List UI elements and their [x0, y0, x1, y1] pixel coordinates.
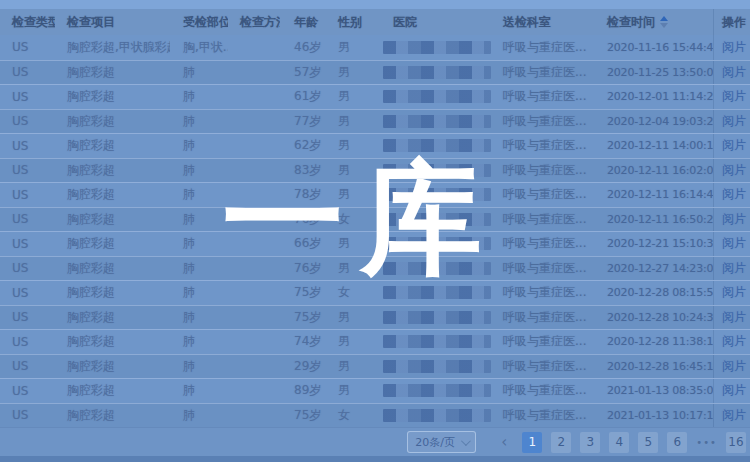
- cell-action: 阅片: [713, 355, 750, 379]
- cell-exam-item: 胸腔彩超: [55, 134, 170, 158]
- read-film-link[interactable]: 阅片: [722, 358, 746, 375]
- table-row: US 胸腔彩超 肺 89岁 男 呼吸与重症医... 2021-01-13 08:…: [0, 378, 750, 403]
- hospital-redacted-block: [383, 188, 491, 201]
- cell-hospital: [369, 110, 500, 134]
- cell-action: 阅片: [713, 232, 750, 256]
- cell-exam-time: 2020-12-11 14:00:14: [603, 134, 713, 158]
- cell-action: 阅片: [713, 379, 750, 403]
- header-body-part: 受检部位: [170, 9, 228, 35]
- cell-exam-type: US: [0, 134, 55, 158]
- read-film-link[interactable]: 阅片: [722, 64, 746, 81]
- cell-exam-item: 胸腔彩超: [55, 208, 170, 232]
- read-film-link[interactable]: 阅片: [722, 235, 746, 252]
- cell-gender: 女: [324, 281, 369, 305]
- cell-age: 77岁: [280, 110, 324, 134]
- cell-action: 阅片: [713, 281, 750, 305]
- page-number-button[interactable]: 3: [580, 432, 600, 453]
- cell-action: 阅片: [713, 208, 750, 232]
- page-size-select[interactable]: 20条/页: [407, 431, 476, 453]
- page-number-button[interactable]: 6: [667, 432, 687, 453]
- hospital-redacted-block: [383, 164, 491, 177]
- cell-exam-time: 2020-12-01 11:14:21: [603, 85, 713, 109]
- last-page-button[interactable]: 16: [726, 432, 746, 453]
- table-body: US 胸腔彩超,甲状腺彩超 胸,甲状... 46岁 男 呼吸与重症医... 20…: [0, 35, 750, 427]
- read-film-link[interactable]: 阅片: [722, 39, 746, 56]
- read-film-link[interactable]: 阅片: [722, 309, 746, 326]
- cell-age: 62岁: [280, 134, 324, 158]
- read-film-link[interactable]: 阅片: [722, 137, 746, 154]
- cell-exam-item: 胸腔彩超: [55, 232, 170, 256]
- read-film-link[interactable]: 阅片: [722, 211, 746, 228]
- cell-exam-time: 2020-12-28 10:24:30: [603, 306, 713, 330]
- cell-gender: 男: [324, 232, 369, 256]
- cell-department: 呼吸与重症医...: [500, 134, 603, 158]
- cell-exam-type: US: [0, 257, 55, 281]
- cell-exam-method: [228, 306, 280, 330]
- cell-exam-time: 2020-11-25 13:50:01: [603, 61, 713, 85]
- cell-exam-item: 胸腔彩超: [55, 85, 170, 109]
- cell-gender: 男: [324, 306, 369, 330]
- cell-hospital: [369, 281, 500, 305]
- read-film-link[interactable]: 阅片: [722, 382, 746, 399]
- hospital-redacted-block: [383, 213, 491, 226]
- cell-gender: 女: [324, 208, 369, 232]
- cell-hospital: [369, 306, 500, 330]
- cell-gender: 男: [324, 85, 369, 109]
- cell-exam-time: 2020-12-04 19:03:24: [603, 110, 713, 134]
- cell-age: 89岁: [280, 379, 324, 403]
- read-film-link[interactable]: 阅片: [722, 88, 746, 105]
- read-film-link[interactable]: 阅片: [722, 113, 746, 130]
- hospital-redacted-block: [383, 360, 491, 373]
- read-film-link[interactable]: 阅片: [722, 260, 746, 277]
- table-row: US 胸腔彩超 肺 75岁 女 呼吸与重症医... 2020-12-28 08:…: [0, 280, 750, 305]
- cell-age: 74岁: [280, 330, 324, 354]
- page-size-label: 20条/页: [415, 435, 455, 450]
- cell-exam-method: [228, 85, 280, 109]
- table-row: US 胸腔彩超 肺 77岁 男 呼吸与重症医... 2020-12-04 19:…: [0, 109, 750, 134]
- hospital-redacted-block: [383, 139, 491, 152]
- cell-exam-method: [228, 232, 280, 256]
- page-number-button[interactable]: 5: [638, 432, 658, 453]
- page-number-button[interactable]: 2: [551, 432, 571, 453]
- table-row: US 胸腔彩超 肺 66岁 男 呼吸与重症医... 2020-12-21 15:…: [0, 231, 750, 256]
- read-film-link[interactable]: 阅片: [722, 407, 746, 424]
- prev-page-button[interactable]: ‹: [495, 432, 513, 453]
- cell-hospital: [369, 355, 500, 379]
- read-film-link[interactable]: 阅片: [722, 186, 746, 203]
- cell-action: 阅片: [713, 159, 750, 183]
- cell-age: 76岁: [280, 257, 324, 281]
- cell-exam-method: [228, 355, 280, 379]
- page-number-button[interactable]: 1: [522, 432, 542, 453]
- read-film-link[interactable]: 阅片: [722, 162, 746, 179]
- page-number-button[interactable]: 4: [609, 432, 629, 453]
- cell-exam-time: 2020-12-21 15:10:33: [603, 232, 713, 256]
- cell-gender: 男: [324, 110, 369, 134]
- read-film-link[interactable]: 阅片: [722, 333, 746, 350]
- hospital-redacted-block: [383, 286, 491, 299]
- cell-gender: 男: [324, 159, 369, 183]
- cell-department: 呼吸与重症医...: [500, 379, 603, 403]
- cell-age: 29岁: [280, 355, 324, 379]
- cell-body-part: 肺: [170, 379, 228, 403]
- cell-department: 呼吸与重症医...: [500, 404, 603, 428]
- cell-hospital: [369, 159, 500, 183]
- cell-gender: 男: [324, 35, 369, 60]
- bottom-edge-strip: [0, 456, 750, 462]
- cell-exam-item: 胸腔彩超: [55, 281, 170, 305]
- cell-department: 呼吸与重症医...: [500, 355, 603, 379]
- cell-age: 75岁: [280, 281, 324, 305]
- cell-exam-type: US: [0, 110, 55, 134]
- cell-department: 呼吸与重症医...: [500, 281, 603, 305]
- cell-exam-type: US: [0, 61, 55, 85]
- cell-department: 呼吸与重症医...: [500, 61, 603, 85]
- read-film-link[interactable]: 阅片: [722, 284, 746, 301]
- cell-gender: 男: [324, 61, 369, 85]
- cell-exam-item: 胸腔彩超: [55, 159, 170, 183]
- more-pages-ellipsis[interactable]: •••: [696, 437, 717, 448]
- cell-hospital: [369, 134, 500, 158]
- header-exam-time-sortable[interactable]: 检查时间: [603, 9, 713, 35]
- cell-department: 呼吸与重症医...: [500, 85, 603, 109]
- table-row: US 胸腔彩超 肺 61岁 男 呼吸与重症医... 2020-12-01 11:…: [0, 84, 750, 109]
- header-gender: 性别: [324, 9, 369, 35]
- sort-icon[interactable]: [660, 16, 668, 28]
